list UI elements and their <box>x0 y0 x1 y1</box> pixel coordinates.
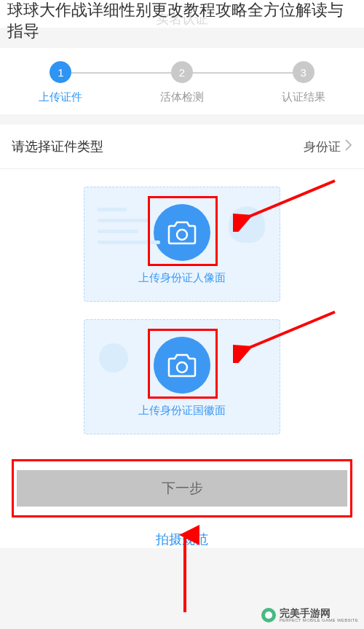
doc-type-row[interactable]: 请选择证件类型 身份证 <box>0 125 364 169</box>
annotation-arrow-2 <box>233 305 342 363</box>
watermark-en: PERFECT MOBILE GAME WEBSITE <box>280 618 358 622</box>
watermark: 完美手游网 PERFECT MOBILE GAME WEBSITE <box>261 607 358 623</box>
article-title: 球球大作战详细性别更改教程攻略全方位解读与指导 <box>7 0 357 42</box>
annotation-arrow-1 <box>233 173 342 232</box>
step-circle-1: 1 <box>50 61 71 83</box>
annotation-box-back <box>148 329 218 399</box>
step-result: 3 认证结果 <box>242 61 364 104</box>
id-deco-emblem <box>99 343 128 372</box>
upload-back-label: 上传身份证国徽面 <box>138 404 226 418</box>
step-circle-3: 3 <box>293 61 314 83</box>
chevron-right-icon <box>345 139 352 155</box>
doc-type-label: 请选择证件类型 <box>12 138 103 155</box>
watermark-icon <box>261 607 277 623</box>
step-liveness: 2 活体检测 <box>122 61 243 104</box>
step-label-2: 活体检测 <box>160 90 204 104</box>
step-label-1: 上传证件 <box>39 90 82 104</box>
annotation-box-front <box>148 196 218 266</box>
doc-type-value: 身份证 <box>304 138 341 155</box>
step-circle-2: 2 <box>171 61 193 83</box>
stepper: 1 上传证件 2 活体检测 3 认证结果 <box>0 48 364 114</box>
step-label-3: 认证结果 <box>282 90 325 104</box>
annotation-box-next: 下一步 <box>12 459 352 517</box>
upload-front-label: 上传身份证人像面 <box>138 271 226 285</box>
annotation-arrow-3 <box>170 525 199 620</box>
step-upload: 1 上传证件 <box>0 61 122 104</box>
next-button[interactable]: 下一步 <box>17 470 347 507</box>
svg-line-2 <box>248 181 335 217</box>
svg-line-3 <box>248 312 335 348</box>
watermark-cn: 完美手游网 <box>280 608 358 618</box>
